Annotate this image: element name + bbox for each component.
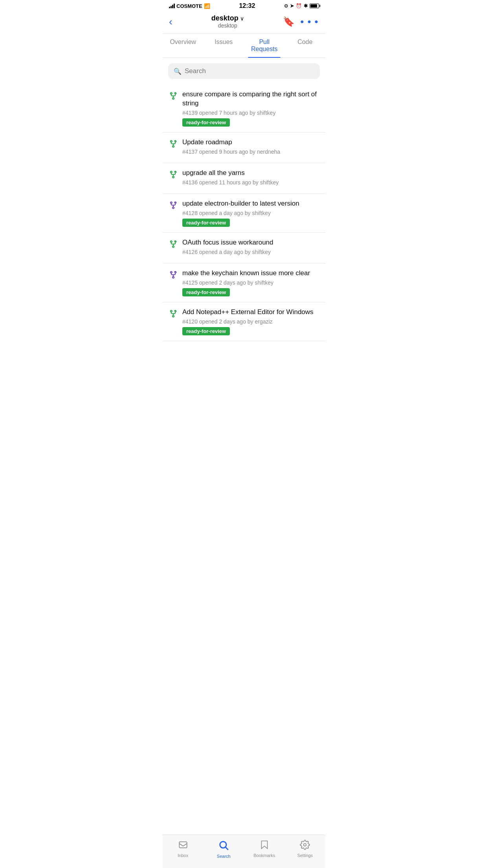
- pr-label-1: ready-for-review: [182, 118, 230, 127]
- battery-icon: [310, 4, 319, 8]
- pr-label-6: ready-for-review: [182, 288, 230, 296]
- search-box[interactable]: 🔍: [168, 63, 320, 79]
- pr-label-4: ready-for-review: [182, 219, 230, 227]
- tab-pull-requests[interactable]: Pull Requests: [244, 34, 285, 57]
- pr-item-3[interactable]: upgrade all the yarns #4136 opened 11 ho…: [163, 163, 325, 194]
- pr-content-7: Add Notepad++ External Editor for Window…: [182, 308, 319, 335]
- dropdown-arrow-icon: ∨: [240, 15, 244, 22]
- pr-meta-7: #4120 opened 2 days ago by ergaziz: [182, 318, 319, 325]
- more-button[interactable]: ● ● ●: [300, 18, 319, 25]
- pr-branch-icon-5: [169, 240, 178, 250]
- location-icon: ➤: [290, 3, 294, 9]
- nav-actions: 🔖 ● ● ●: [283, 16, 319, 27]
- status-bar: COSMOTE 📶 12:32 ⊙ ➤ ⏰ ✱: [163, 0, 325, 11]
- pr-content-2: Update roadmap #4137 opened 9 hours ago …: [182, 138, 319, 157]
- repo-subtitle: desktop: [211, 22, 244, 29]
- carrier-signal: COSMOTE 📶: [169, 3, 210, 9]
- wifi-icon: 📶: [204, 3, 210, 9]
- tab-issues[interactable]: Issues: [204, 34, 244, 57]
- pr-meta-4: #4128 opened a day ago by shiftkey: [182, 210, 319, 216]
- pr-content-5: OAuth focus issue workaround #4126 opene…: [182, 238, 319, 257]
- status-icons: ⊙ ➤ ⏰ ✱: [284, 3, 319, 9]
- pr-item-4[interactable]: update electron-builder to latest versio…: [163, 194, 325, 233]
- pr-branch-icon-2: [169, 140, 178, 150]
- pr-item-2[interactable]: Update roadmap #4137 opened 9 hours ago …: [163, 132, 325, 163]
- pr-branch-icon-6: [169, 270, 178, 281]
- bluetooth-icon: ✱: [304, 3, 308, 9]
- carrier-name: COSMOTE: [176, 3, 202, 9]
- pr-meta-2: #4137 opened 9 hours ago by nerdneha: [182, 149, 319, 155]
- pr-meta-1: #4139 opened 7 hours ago by shiftkey: [182, 110, 319, 116]
- pr-item-6[interactable]: make the keychain known issue more clear…: [163, 263, 325, 302]
- pr-item-5[interactable]: OAuth focus issue workaround #4126 opene…: [163, 233, 325, 263]
- pr-branch-icon-7: [169, 309, 178, 320]
- pr-content-4: update electron-builder to latest versio…: [182, 199, 319, 227]
- status-time: 12:32: [239, 2, 255, 9]
- at-icon: ⊙: [284, 3, 288, 9]
- bookmark-button[interactable]: 🔖: [283, 16, 295, 27]
- pr-item-7[interactable]: Add Notepad++ External Editor for Window…: [163, 302, 325, 341]
- tab-bar: Overview Issues Pull Requests Code: [163, 34, 325, 58]
- pr-title-4: update electron-builder to latest versio…: [182, 199, 319, 208]
- pr-content-3: upgrade all the yarns #4136 opened 11 ho…: [182, 169, 319, 188]
- search-icon: 🔍: [174, 68, 182, 75]
- pr-item-1[interactable]: ensure compare is comparing the right so…: [163, 85, 325, 132]
- pr-title-5: OAuth focus issue workaround: [182, 238, 319, 247]
- tab-overview[interactable]: Overview: [163, 34, 204, 57]
- tab-code[interactable]: Code: [285, 34, 326, 57]
- pr-title-6: make the keychain known issue more clear: [182, 269, 319, 278]
- pr-meta-6: #4125 opened 2 days ago by shiftkey: [182, 280, 319, 286]
- pr-title-1: ensure compare is comparing the right so…: [182, 90, 319, 108]
- search-container: 🔍: [163, 58, 325, 85]
- pr-branch-icon-1: [169, 92, 178, 102]
- pr-meta-3: #4136 opened 11 hours ago by shiftkey: [182, 179, 319, 186]
- pr-label-7: ready-for-review: [182, 327, 230, 335]
- pr-list: ensure compare is comparing the right so…: [163, 85, 325, 341]
- repo-title[interactable]: desktop ∨ desktop: [211, 14, 244, 29]
- pr-title-3: upgrade all the yarns: [182, 169, 319, 178]
- nav-header: ‹ desktop ∨ desktop 🔖 ● ● ●: [163, 11, 325, 34]
- back-button[interactable]: ‹: [169, 17, 172, 27]
- alarm-icon: ⏰: [296, 3, 302, 9]
- pr-branch-icon-3: [169, 170, 178, 180]
- repo-name: desktop ∨: [211, 15, 244, 22]
- pr-title-7: Add Notepad++ External Editor for Window…: [182, 308, 319, 317]
- pr-content-6: make the keychain known issue more clear…: [182, 269, 319, 296]
- search-input[interactable]: [185, 67, 314, 75]
- pr-branch-icon-4: [169, 201, 178, 211]
- pr-meta-5: #4126 opened a day ago by shiftkey: [182, 249, 319, 255]
- signal-bars: [169, 4, 175, 8]
- pr-title-2: Update roadmap: [182, 138, 319, 147]
- pr-content-1: ensure compare is comparing the right so…: [182, 90, 319, 127]
